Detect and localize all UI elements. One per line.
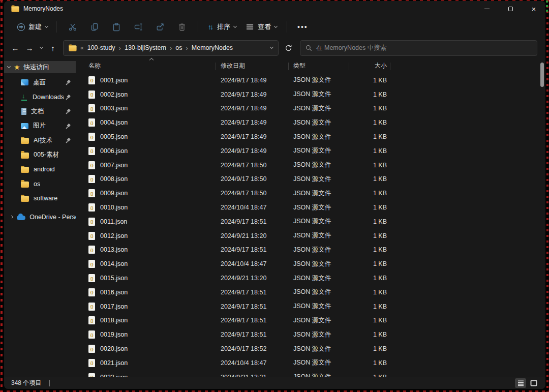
breadcrumb-segment[interactable]: › 100-study (87, 44, 115, 51)
vertical-scrollbar[interactable] (540, 63, 544, 87)
column-divider[interactable] (216, 63, 216, 70)
file-date-modified: 2024/9/17 18:51 (216, 289, 288, 296)
refresh-button[interactable] (281, 40, 296, 55)
sidebar-item[interactable]: Downloads (4, 90, 76, 105)
json-file-icon (88, 118, 95, 127)
command-bar: 新建 (4, 16, 545, 38)
chevron-right-icon: › (119, 44, 121, 52)
address-breadcrumb[interactable]: « › 100-study › 130-bijiSystem › os (63, 40, 279, 56)
file-name-cell: 0011.json (76, 218, 216, 226)
table-row[interactable]: 0006.json 2024/9/17 18:49 JSON 源文件 1 KB (76, 144, 545, 158)
chevron-right-icon: › (170, 44, 172, 52)
sort-button[interactable]: ↑↓ 排序 (203, 18, 241, 36)
maximize-button[interactable] (499, 1, 522, 16)
table-row[interactable]: 0022.json 2024/9/21 13:21 JSON 源文件 1 KB (76, 370, 545, 377)
breadcrumb-segment-label: os (175, 44, 182, 51)
table-row[interactable]: 0009.json 2024/9/17 18:50 JSON 源文件 1 KB (76, 186, 545, 200)
file-type: JSON 源文件 (288, 373, 349, 377)
table-row[interactable]: 0013.json 2024/9/17 18:51 JSON 源文件 1 KB (76, 243, 545, 257)
view-button[interactable]: 查看 (241, 18, 282, 36)
file-name-cell: 0003.json (76, 104, 216, 112)
column-header-name[interactable]: 名称 (76, 62, 216, 70)
new-button[interactable]: 新建 (14, 22, 51, 32)
table-row[interactable]: 0011.json 2024/9/17 18:51 JSON 源文件 1 KB (76, 215, 545, 229)
sidebar-item[interactable]: 文档 (4, 104, 76, 119)
table-row[interactable]: 0001.json 2024/9/17 18:49 JSON 源文件 1 KB (76, 73, 545, 87)
expand-chevron-icon[interactable] (10, 215, 14, 219)
close-button[interactable]: × (522, 1, 545, 16)
json-file-icon (88, 104, 95, 112)
table-row[interactable]: 0015.json 2024/9/21 13:20 JSON 源文件 1 KB (76, 271, 545, 285)
sidebar-item[interactable]: AI技术 (4, 133, 76, 148)
breadcrumb-segment[interactable]: › 130-bijiSystem (119, 44, 166, 52)
minimize-button[interactable] (475, 1, 499, 16)
column-divider[interactable] (288, 63, 289, 70)
table-row[interactable]: 0019.json 2024/9/17 18:51 JSON 源文件 1 KB (76, 327, 545, 342)
sidebar-item[interactable]: 图片 (4, 119, 76, 134)
column-divider[interactable] (349, 63, 349, 70)
status-divider (49, 380, 50, 386)
file-date-modified: 2024/9/17 18:49 (216, 105, 288, 112)
table-row[interactable]: 0018.json 2024/9/17 18:51 JSON 源文件 1 KB (76, 314, 545, 328)
table-row[interactable]: 0010.json 2024/10/4 18:47 JSON 源文件 1 KB (76, 200, 545, 215)
file-type: JSON 源文件 (288, 175, 349, 184)
share-button[interactable] (150, 18, 169, 36)
table-row[interactable]: 0021.json 2024/10/4 18:47 JSON 源文件 1 KB (76, 356, 545, 370)
breadcrumb-segment[interactable]: › MemoryNodes (186, 44, 233, 52)
desktop-background (1, 0, 3, 392)
file-name: 0009.json (100, 190, 128, 197)
up-button[interactable]: ↑ (46, 40, 60, 55)
back-button[interactable]: ← (8, 40, 22, 55)
recent-locations-button[interactable] (37, 47, 46, 48)
table-row[interactable]: 0007.json 2024/9/17 18:50 JSON 源文件 1 KB (76, 158, 545, 172)
large-icons-view-button[interactable] (528, 378, 539, 388)
file-size: 1 KB (349, 232, 390, 239)
file-size: 1 KB (349, 345, 390, 352)
table-row[interactable]: 0014.json 2024/10/4 18:47 JSON 源文件 1 KB (76, 257, 545, 271)
file-name: 0018.json (100, 317, 128, 324)
table-row[interactable]: 0003.json 2024/9/17 18:49 JSON 源文件 1 KB (76, 102, 545, 116)
sidebar-item[interactable]: os (4, 177, 76, 192)
table-row[interactable]: 0012.json 2024/9/21 13:20 JSON 源文件 1 KB (76, 229, 545, 243)
breadcrumb-overflow-chevron[interactable]: « (80, 44, 84, 51)
sidebar-item-quick-access[interactable]: ★ 快速访问 (4, 61, 76, 73)
copy-icon (90, 22, 99, 32)
column-header-type[interactable]: 类型 (288, 62, 349, 70)
details-view-button[interactable] (515, 378, 526, 388)
search-input[interactable]: 在 MemoryNodes 中搜索 (300, 40, 537, 56)
details-view-icon (517, 380, 525, 386)
file-type: JSON 源文件 (288, 345, 349, 353)
file-date-modified: 2024/9/17 18:51 (216, 303, 288, 310)
rename-button[interactable] (129, 18, 147, 36)
paste-button[interactable] (107, 18, 126, 36)
file-type: JSON 源文件 (288, 146, 349, 155)
breadcrumb-segment[interactable]: › os (170, 44, 182, 52)
pin-icon (64, 93, 72, 101)
column-header-size[interactable]: 大小 (349, 62, 390, 70)
more-options-button[interactable]: ••• (292, 23, 313, 31)
file-size: 1 KB (349, 175, 390, 183)
cut-button[interactable] (63, 18, 82, 36)
sidebar-item[interactable]: software (4, 191, 76, 206)
table-row[interactable]: 0020.json 2024/9/17 18:52 JSON 源文件 1 KB (76, 342, 545, 356)
copy-button[interactable] (85, 18, 104, 36)
view-lines-icon (246, 23, 254, 31)
sidebar-item[interactable]: 桌面 (4, 75, 76, 90)
sidebar-item-onedrive[interactable]: OneDrive - Personal (4, 210, 76, 224)
table-row[interactable]: 0005.json 2024/9/17 18:49 JSON 源文件 1 KB (76, 130, 545, 144)
table-row[interactable]: 0004.json 2024/9/17 18:49 JSON 源文件 1 KB (76, 115, 545, 130)
table-row[interactable]: 0002.json 2024/9/17 18:49 JSON 源文件 1 KB (76, 87, 545, 102)
table-row[interactable]: 0017.json 2024/9/17 18:51 JSON 源文件 1 KB (76, 299, 545, 314)
table-row[interactable]: 0008.json 2024/9/17 18:50 JSON 源文件 1 KB (76, 172, 545, 187)
column-header-date-modified[interactable]: 修改日期 (216, 62, 288, 70)
address-dropdown-chevron-icon[interactable] (270, 45, 273, 49)
sidebar-item[interactable]: 005-素材 (4, 148, 76, 163)
sidebar-item[interactable]: android (4, 162, 76, 177)
file-type: JSON 源文件 (288, 330, 349, 339)
column-divider[interactable] (390, 63, 390, 70)
table-row[interactable]: 0016.json 2024/9/17 18:51 JSON 源文件 1 KB (76, 285, 545, 299)
forward-button[interactable]: → (22, 40, 37, 55)
collapse-chevron-icon[interactable] (7, 65, 11, 68)
sidebar-item-label: Downloads (33, 94, 64, 101)
delete-button[interactable] (172, 18, 191, 36)
